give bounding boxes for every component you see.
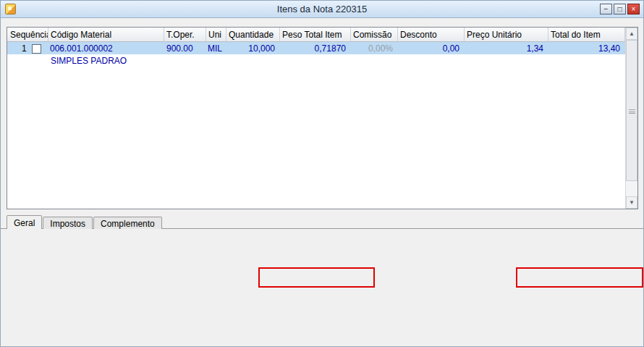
titlebar[interactable]: Itens da Nota 220315 − □ × (1, 1, 643, 18)
close-button[interactable]: × (627, 4, 640, 14)
column-header-desconto[interactable]: Desconto (398, 28, 465, 42)
scrollbar-thumb[interactable] (626, 40, 637, 181)
cell-toper: 900.00 (164, 43, 206, 54)
window-title: Itens da Nota 220315 (1, 4, 643, 14)
tab-complemento[interactable]: Complemento (93, 217, 162, 229)
cell-uni: MIL (206, 43, 226, 54)
vertical-scrollbar[interactable]: ▲ ▼ (625, 28, 637, 209)
tab-geral[interactable]: Geral (7, 215, 42, 229)
column-header-codigo-material[interactable]: Código Material (48, 28, 164, 42)
column-header-toper[interactable]: T.Oper. (164, 28, 206, 42)
row-checkbox[interactable] (32, 44, 41, 54)
scrollbar-grip-icon (629, 109, 635, 114)
cell-comissao: 0,00% (351, 43, 398, 54)
column-header-total-do-item[interactable]: Total do Item (548, 28, 625, 42)
column-header-uni[interactable]: Uni (206, 28, 226, 42)
row-sequence-cell: 1 (7, 43, 48, 54)
cell-quantidade: 10,000 (226, 43, 280, 54)
table-row-selected[interactable]: 1 006.001.000002 900.00 MIL 10,000 0,718… (7, 42, 625, 54)
detail-tabs: Geral Impostos Complemento (7, 215, 163, 229)
column-header-quantidade[interactable]: Quantidade (226, 28, 280, 42)
row-sequence-number: 1 (22, 43, 27, 54)
items-grid: Sequência Código Material T.Oper. Uni Qu… (7, 27, 638, 209)
scroll-down-icon[interactable]: ▼ (626, 196, 637, 209)
column-header-preco-unitario[interactable]: Preço Unitário (465, 28, 548, 42)
cell-descricao-material: SIMPLES PADRAO (48, 55, 164, 66)
cell-desconto: 0,00 (398, 43, 465, 54)
column-header-comissao[interactable]: Comissão (351, 28, 398, 42)
grid-header: Sequência Código Material T.Oper. Uni Qu… (7, 28, 625, 42)
cell-total-do-item: 13,40 (548, 43, 625, 54)
cell-preco-unitario: 1,34 (465, 43, 548, 54)
cell-peso-total-item: 0,71870 (280, 43, 351, 54)
column-header-sequencia[interactable]: Sequência (7, 28, 48, 42)
tab-panel-geral (1, 228, 643, 346)
scroll-up-icon[interactable]: ▲ (626, 28, 637, 40)
column-header-peso-total-item[interactable]: Peso Total Item (280, 28, 351, 42)
cell-codigo-material: 006.001.000002 (48, 43, 164, 54)
maximize-button[interactable]: □ (614, 4, 626, 14)
table-row-description[interactable]: SIMPLES PADRAO (7, 54, 625, 67)
minimize-button[interactable]: − (600, 4, 612, 14)
tab-impostos[interactable]: Impostos (43, 217, 93, 229)
itens-da-nota-window: Itens da Nota 220315 − □ × Sequência Cód… (0, 0, 644, 347)
